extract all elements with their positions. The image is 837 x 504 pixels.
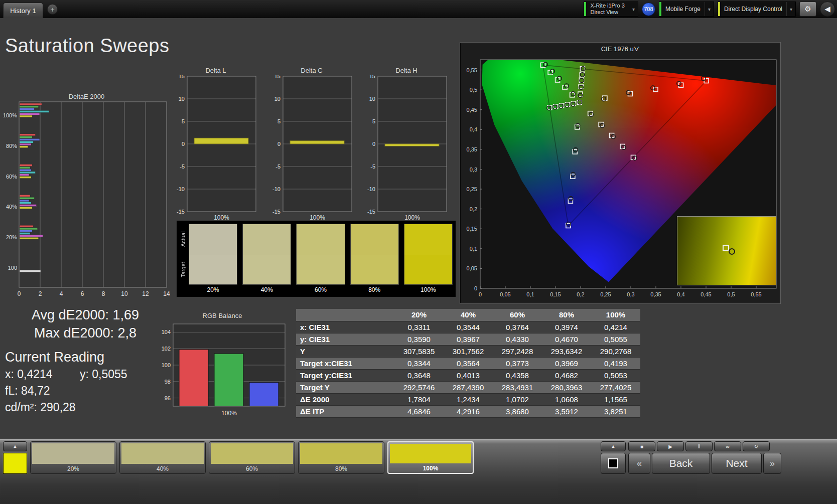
continuous-read-button[interactable]: ∞ xyxy=(714,441,741,451)
svg-text:100: 100 xyxy=(8,265,17,271)
svg-text:0,2: 0,2 xyxy=(470,206,477,212)
svg-text:5: 5 xyxy=(372,118,375,124)
table-cell: 3,8251 xyxy=(591,405,640,417)
actual-swatch xyxy=(243,224,291,255)
delta-h-chart: Delta H 151050-5-10-15100% xyxy=(364,67,449,223)
table-row: x: CIE310,33110,35440,37640,39740,4214 xyxy=(296,321,640,333)
bottom-bar: ▲ 20%40%60%80%100% ▲ ■ ▶ ‖ ∞ ↻ « Back Ne… xyxy=(0,439,837,504)
svg-text:100%: 100% xyxy=(404,214,420,221)
swatch-column-label: 100% xyxy=(404,285,453,295)
cdm2-reading: cd/m²: 290,28 xyxy=(5,399,166,416)
svg-text:0,05: 0,05 xyxy=(500,291,510,297)
play-button[interactable]: ▶ xyxy=(657,441,684,451)
swatch-column-label: 80% xyxy=(350,285,399,295)
measurement-table-header: 20%40%60%80%100% xyxy=(296,309,640,321)
swatch-pair xyxy=(189,224,237,285)
delta-l-chart: Delta L 151050-5-10-15100% xyxy=(173,67,258,223)
table-cell: 1,0702 xyxy=(493,393,542,405)
inset-measured-marker xyxy=(729,248,735,255)
svg-text:0: 0 xyxy=(474,285,477,291)
pattern-level-button-100%[interactable]: 100% xyxy=(387,441,474,474)
target-swatch xyxy=(189,255,237,284)
svg-text:2: 2 xyxy=(39,290,42,297)
pattern-level-button-80%[interactable]: 80% xyxy=(298,441,384,474)
svg-text:-10: -10 xyxy=(367,186,375,192)
table-cell: 0,4214 xyxy=(591,321,640,333)
table-row-label: ΔE ITP xyxy=(296,405,394,417)
pattern-level-button-60%[interactable]: 60% xyxy=(209,441,295,474)
top-bar-controls: X-Rite i1Pro 3Direct View ▾ 708 Mobile F… xyxy=(584,2,835,17)
actual-target-swatch-strip: Actual Target 20%40%60%80%100% xyxy=(177,221,456,297)
xy-reading: x: 0,4214 y: 0,5055 xyxy=(5,366,166,383)
pattern-level-label: 60% xyxy=(209,465,295,472)
stop-button[interactable]: ■ xyxy=(628,441,655,451)
source-dropdown[interactable]: Mobile Forge ▾ xyxy=(659,2,714,17)
pause-button[interactable]: ‖ xyxy=(685,441,713,451)
deltae2000-chart-canvas: 02468101214100%80%60%40%20%100 xyxy=(0,101,173,297)
pattern-window-icon xyxy=(608,458,618,468)
svg-text:0,5: 0,5 xyxy=(470,87,477,93)
pattern-level-label: 80% xyxy=(299,465,384,472)
svg-text:-5: -5 xyxy=(180,163,185,170)
swatch-column-100%: 100% xyxy=(404,224,453,296)
pattern-level-button-20%[interactable]: 20% xyxy=(30,441,116,474)
target-swatch xyxy=(404,255,452,284)
add-tab-button[interactable]: + xyxy=(47,4,58,15)
svg-text:0,4: 0,4 xyxy=(677,291,684,297)
table-cell: 0,3564 xyxy=(444,357,493,369)
table-cell: 4,2916 xyxy=(444,405,493,417)
deltae2000-chart: DeltaE 2000 02468101214100%80%60%40%20%1… xyxy=(0,93,173,299)
refresh-button[interactable]: ↻ xyxy=(743,441,770,451)
pattern-window-button[interactable] xyxy=(601,453,626,474)
table-cell: 280,3963 xyxy=(542,381,591,393)
svg-text:100%: 100% xyxy=(214,214,229,221)
meter-dropdown[interactable]: X-Rite i1Pro 3Direct View ▾ xyxy=(584,2,638,17)
target-swatch xyxy=(351,255,398,284)
readings-panel: Avg dE2000: 1,69 Max dE2000: 2,8 Current… xyxy=(5,306,166,416)
table-cell: 1,1565 xyxy=(591,393,640,405)
settings-gear-button[interactable]: ⚙ xyxy=(799,2,816,17)
skip-forward-button[interactable]: » xyxy=(763,453,781,474)
pattern-level-label: 100% xyxy=(388,465,473,472)
svg-text:15: 15 xyxy=(274,75,281,79)
delta-h-chart-canvas: 151050-5-10-15100% xyxy=(364,75,449,221)
table-column-header: 80% xyxy=(542,309,591,321)
expand-pattern-panel-button[interactable]: ▲ xyxy=(3,441,27,451)
svg-text:0,3: 0,3 xyxy=(470,166,477,173)
back-button[interactable]: Back xyxy=(652,453,710,474)
actual-row-label: Actual xyxy=(178,224,189,254)
table-cell: 0,3773 xyxy=(493,357,542,369)
history-tab[interactable]: History 1 xyxy=(3,3,43,18)
table-cell: 3,5912 xyxy=(542,405,591,417)
table-column-header: 40% xyxy=(444,309,493,321)
svg-text:100%: 100% xyxy=(3,112,17,118)
chevron-down-icon: ▾ xyxy=(786,2,795,16)
swatch-column-label: 40% xyxy=(242,285,291,295)
table-corner-cell xyxy=(296,309,394,321)
pattern-level-button-40%[interactable]: 40% xyxy=(119,441,206,474)
next-button[interactable]: Next xyxy=(712,453,762,474)
display-control-dropdown[interactable]: Direct Display Control ▾ xyxy=(718,2,796,17)
table-cell: 1,7804 xyxy=(394,393,444,405)
actual-swatch xyxy=(351,224,398,255)
expand-transport-panel-button[interactable]: ▲ xyxy=(601,441,626,451)
display-control-label: Direct Display Control xyxy=(720,2,786,16)
workflow-navigation: « Back Next » xyxy=(628,453,781,474)
table-cell: 277,4025 xyxy=(591,381,640,393)
swatch-column-80%: 80% xyxy=(350,224,399,296)
table-cell: 0,3648 xyxy=(394,369,444,381)
skip-back-button[interactable]: « xyxy=(628,453,650,474)
svg-text:0,45: 0,45 xyxy=(467,107,477,113)
delta-c-chart: Delta C 151050-5-10-15100% xyxy=(269,67,354,223)
svg-text:0,55: 0,55 xyxy=(751,291,761,297)
table-row-label: Target x:CIE31 xyxy=(296,357,394,369)
delta-h-chart-title: Delta H xyxy=(364,67,449,75)
pattern-level-swatch xyxy=(300,443,382,464)
collapse-panel-button[interactable]: ◀ xyxy=(820,2,835,17)
meter-profile-badge[interactable]: 708 xyxy=(642,3,655,16)
svg-text:15: 15 xyxy=(179,75,185,79)
svg-text:0,25: 0,25 xyxy=(600,291,611,297)
svg-text:-15: -15 xyxy=(177,209,185,215)
table-row: y: CIE310,35900,39670,43300,46700,5055 xyxy=(296,333,640,345)
table-cell: 0,3311 xyxy=(394,321,444,333)
